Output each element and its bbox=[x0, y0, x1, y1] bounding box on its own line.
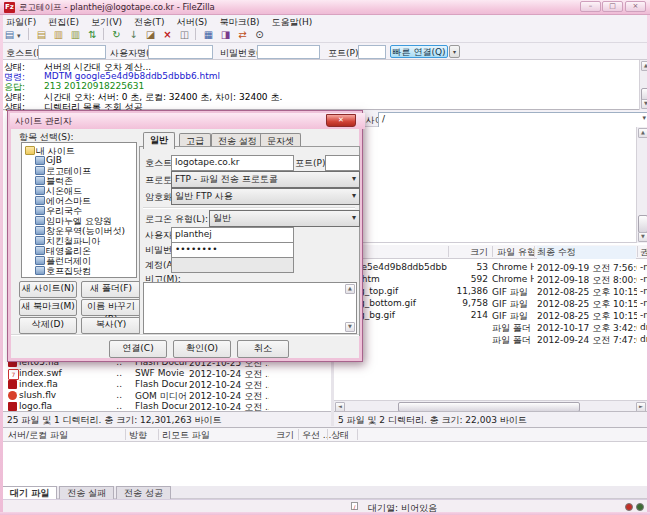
my-sites-folder-icon bbox=[25, 146, 35, 155]
tree-site-item[interactable]: 태영올리온 bbox=[22, 245, 134, 255]
username-input[interactable] bbox=[148, 45, 213, 59]
encryption-select[interactable]: 일반 FTP 사용 bbox=[171, 188, 360, 205]
quickconnect-dropdown-icon[interactable]: ▾ bbox=[449, 45, 460, 58]
column-direction[interactable]: 방향 bbox=[129, 429, 147, 442]
tab-failed-transfers[interactable]: 전송 실패 bbox=[59, 486, 114, 499]
window-title: 로고테이프 - planthej@logotape.co.kr - FileZi… bbox=[19, 2, 215, 14]
column-queue-size[interactable]: 크기 bbox=[276, 429, 294, 442]
flash-file-icon bbox=[8, 402, 17, 411]
toggle-queue-icon[interactable]: ⇅ bbox=[85, 28, 100, 41]
remote-tree-scrollbar[interactable]: ▲ ▼ bbox=[636, 127, 647, 243]
log-line: 상태:서버의 시간대 오차 계산... bbox=[0, 61, 636, 71]
host-input[interactable] bbox=[38, 45, 106, 59]
connect-button[interactable]: 연결(C) bbox=[109, 340, 167, 358]
tree-site-item[interactable]: 로고테이프 bbox=[22, 165, 134, 175]
dialog-title: 사이트 관리자 bbox=[15, 116, 72, 126]
tree-site-item[interactable]: 시온애드 bbox=[22, 185, 134, 195]
new-site-button[interactable]: 새 사이트(N) bbox=[19, 281, 77, 298]
window-frame-left bbox=[0, 15, 3, 512]
column-type[interactable]: 파일 유형 bbox=[497, 246, 536, 259]
logon-type-label: 로그온 유형(L): bbox=[145, 213, 208, 226]
refresh-icon[interactable]: ↻ bbox=[109, 28, 124, 41]
server-icon bbox=[35, 166, 45, 175]
status-bar: / 대기열: 비어있음 bbox=[0, 499, 650, 512]
queue-header: 서버/로컬 파일 방향 리모트 파일 크기 우선 ... 상태 bbox=[0, 428, 650, 442]
delete-button[interactable]: 삭제(D) bbox=[19, 317, 77, 334]
tree-site-item[interactable]: 창운무역(능이버섯) bbox=[22, 225, 134, 235]
log-line: 상태:디렉터리 목록 조회 성공 bbox=[0, 101, 636, 111]
tree-site-item[interactable]: 블럭존 bbox=[22, 175, 134, 185]
remote-horizontal-scrollbar[interactable]: ◄ ► bbox=[334, 400, 647, 411]
logon-type-select[interactable]: 일반 bbox=[209, 210, 360, 227]
minimize-button[interactable]: – bbox=[580, 1, 601, 12]
process-queue-icon[interactable]: ↓ bbox=[126, 28, 141, 41]
column-size[interactable]: 크기 bbox=[452, 246, 488, 259]
port-input[interactable] bbox=[358, 45, 386, 59]
dialog-password-input[interactable]: •••••••• bbox=[171, 242, 294, 258]
find-files-icon[interactable]: ⊙ bbox=[252, 28, 267, 41]
dialog-port-input[interactable] bbox=[325, 155, 360, 171]
tree-site-item[interactable]: GJB bbox=[22, 155, 134, 165]
site-manager-icon[interactable]: ▤ bbox=[2, 28, 17, 41]
server-icon bbox=[35, 206, 45, 215]
password-input[interactable] bbox=[257, 45, 320, 59]
protocol-select[interactable]: FTP - 파일 전송 프로토콜 bbox=[171, 171, 360, 188]
filter-icon[interactable]: ▦ bbox=[201, 28, 216, 41]
server-icon bbox=[35, 236, 45, 245]
remote-path-combo[interactable]: / bbox=[378, 112, 649, 128]
toolbar-separator bbox=[195, 28, 196, 40]
tab-successful-transfers[interactable]: 전송 성공 bbox=[116, 486, 171, 499]
remote-directory-tree[interactable]: ▲ ▼ bbox=[334, 127, 647, 243]
site-tree[interactable]: 내 사이트 GJB 로고테이프 블럭존 시온애드 에어스마트 우리국수 임마누엘… bbox=[21, 142, 137, 278]
tree-root[interactable]: 내 사이트 bbox=[22, 145, 134, 155]
tree-site-item[interactable]: 플런더제이 bbox=[22, 255, 134, 265]
toggle-local-tree-icon[interactable]: ▥ bbox=[51, 28, 66, 41]
rename-button[interactable]: 이름 바꾸기(R) bbox=[81, 299, 141, 316]
flash-file-icon bbox=[8, 380, 17, 389]
tree-site-item[interactable]: 에어스마트 bbox=[22, 195, 134, 205]
cancel-operation-icon[interactable]: × bbox=[160, 28, 175, 41]
app-icon: Fz bbox=[4, 2, 15, 13]
tree-site-item[interactable]: 치킨철파니아 bbox=[22, 235, 134, 245]
quickconnect-bar: 호스트(H): 사용자명(U): 비밀번호(W): 포트(P): 빠른 연결(Q… bbox=[0, 43, 650, 60]
toggle-message-log-icon[interactable]: ▤ bbox=[34, 28, 49, 41]
tab-general[interactable]: 일반 bbox=[143, 132, 175, 149]
close-button[interactable]: × bbox=[625, 1, 646, 12]
column-status[interactable]: 상태 bbox=[331, 429, 349, 442]
column-modified[interactable]: 최종 수정 bbox=[537, 246, 636, 259]
speed-limit-icon[interactable]: / bbox=[351, 502, 358, 510]
dialog-host-input[interactable]: logotape.co.kr bbox=[171, 155, 294, 171]
comments-textarea[interactable]: ▲ ▼ bbox=[143, 282, 357, 334]
server-icon bbox=[35, 226, 45, 235]
dialog-close-button[interactable]: ✕ bbox=[326, 114, 356, 127]
new-bookmark-button[interactable]: 새 북마크(M) bbox=[19, 299, 77, 316]
sync-browsing-icon[interactable]: ⇄ bbox=[235, 28, 250, 41]
add-bookmark-icon[interactable]: ◪ bbox=[143, 28, 158, 41]
column-remote-file[interactable]: 리모트 파일 bbox=[162, 429, 210, 442]
cancel-button[interactable]: 취소 bbox=[237, 340, 289, 358]
tree-site-item[interactable]: 호프집닷컴 bbox=[22, 265, 134, 275]
ok-button[interactable]: 확인(O) bbox=[173, 340, 231, 358]
remote-path-row: 리모트 사이트: / bbox=[334, 111, 647, 127]
title-bar: Fz 로고테이프 - planthej@logotape.co.kr - Fil… bbox=[0, 0, 650, 15]
dialog-user-input[interactable]: planthej bbox=[171, 227, 294, 243]
dialog-divider bbox=[11, 334, 359, 336]
site-manager-dropdown-icon[interactable]: ▾ bbox=[17, 32, 25, 40]
column-server-local-file[interactable]: 서버/로컬 파일 bbox=[8, 429, 68, 442]
new-folder-button[interactable]: 새 폴더(F) bbox=[81, 281, 141, 298]
port-label: 포트(P): bbox=[328, 47, 361, 60]
tree-site-item[interactable]: 우리국수 bbox=[22, 205, 134, 215]
compare-directories-icon[interactable]: ◨ bbox=[218, 28, 233, 41]
message-log: 상태:서버의 시간대 오차 계산... 명령:MDTM google5e4d9b… bbox=[0, 60, 650, 110]
server-icon bbox=[35, 186, 45, 195]
tab-queued-files[interactable]: 대기 파일 bbox=[2, 486, 57, 499]
toggle-remote-tree-icon[interactable]: ▥ bbox=[68, 28, 83, 41]
maximize-button[interactable]: □ bbox=[602, 1, 623, 12]
tree-site-item[interactable]: 임마누엘 요양원 bbox=[22, 215, 134, 225]
copy-button[interactable]: 복사(Y) bbox=[81, 317, 141, 334]
panel-divider bbox=[143, 207, 355, 209]
disconnect-icon[interactable]: ◫ bbox=[177, 28, 192, 41]
quickconnect-button[interactable]: 빠른 연결(Q) bbox=[390, 45, 448, 58]
toolbar: ▤▾▤▥▥⇅↻↓◪×◫▦◨⇄⊙ bbox=[0, 27, 650, 43]
log-line-response: 응답:213 20120918225631 bbox=[0, 81, 636, 91]
